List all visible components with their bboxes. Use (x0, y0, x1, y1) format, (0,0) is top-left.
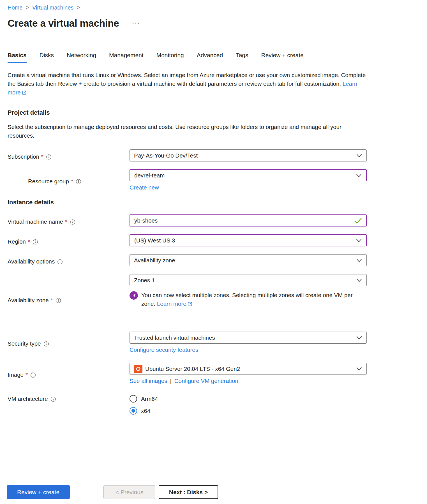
more-menu-button[interactable]: ··· (132, 19, 140, 27)
links-separator: | (170, 378, 171, 384)
wizard-footer: Review + create < Previous Next : Disks … (0, 474, 427, 504)
required-asterisk: * (51, 297, 53, 304)
chevron-down-icon (356, 154, 362, 157)
field-row-availability-zone: Availability zone * Zones 1 (8, 274, 367, 324)
tab-advanced[interactable]: Advanced (197, 52, 223, 63)
resource-group-dropdown[interactable]: devrel-team (130, 169, 367, 181)
tab-management[interactable]: Management (109, 52, 144, 63)
resource-group-value: devrel-team (134, 172, 165, 179)
breadcrumb: Home > Virtual machines > (8, 4, 367, 11)
chevron-down-icon (356, 258, 362, 262)
chevron-down-icon (356, 174, 362, 177)
tab-review-create[interactable]: Review + create (261, 52, 304, 63)
info-icon[interactable] (76, 179, 81, 184)
breadcrumb-separator: > (77, 4, 80, 11)
vm-name-input[interactable] (134, 217, 353, 224)
subscription-label: Subscription (8, 153, 39, 160)
info-icon[interactable] (46, 154, 52, 160)
see-all-images-link[interactable]: See all images (130, 378, 167, 384)
availability-options-dropdown[interactable]: Availability zone (130, 254, 367, 266)
radio-circle-icon (130, 407, 137, 415)
security-type-value: Trusted launch virtual machines (134, 334, 215, 341)
field-row-vm-name: Virtual machine name * (8, 214, 367, 226)
ubuntu-logo-icon (134, 365, 142, 373)
field-row-availability-options: Availability options Availability zone (8, 254, 367, 266)
tab-strip: Basics Disks Networking Management Monit… (8, 52, 367, 63)
configure-vm-generation-link[interactable]: Configure VM generation (174, 378, 238, 384)
vm-architecture-radio-group: Arm64 x64 (130, 394, 367, 415)
page-title: Create a virtual machine (8, 18, 119, 29)
region-value: (US) West US 3 (134, 237, 175, 244)
field-row-region: Region * (US) West US 3 (8, 234, 367, 246)
security-type-dropdown[interactable]: Trusted launch virtual machines (130, 332, 367, 344)
zones-note-text: You can now select multiple zones. Selec… (141, 291, 365, 308)
field-row-image: Image * Ubuntu Server 20.04 (8, 363, 367, 384)
region-dropdown[interactable]: (US) West US 3 (130, 234, 367, 246)
required-asterisk: * (26, 371, 28, 378)
info-icon[interactable] (43, 341, 49, 347)
availability-zone-label: Availability zone (8, 297, 49, 304)
zones-info-note: You can now select multiple zones. Selec… (130, 291, 365, 308)
required-asterisk: * (41, 153, 43, 160)
radio-arm64-label: Arm64 (141, 396, 158, 402)
intro-text: Create a virtual machine that runs Linux… (8, 71, 367, 97)
region-label: Region (8, 238, 26, 245)
chevron-down-icon (356, 239, 362, 242)
tab-networking[interactable]: Networking (67, 52, 96, 63)
field-row-resource-group: Resource group * devrel-team Create new (8, 169, 367, 191)
radio-circle-icon (130, 395, 137, 403)
zones-learn-more-link[interactable]: Learn more (157, 300, 186, 307)
vm-architecture-label: VM architecture (8, 396, 48, 402)
tab-monitoring[interactable]: Monitoring (156, 52, 184, 63)
tab-basics[interactable]: Basics (8, 52, 27, 63)
image-value: Ubuntu Server 20.04 LTS - x64 Gen2 (145, 366, 240, 372)
create-new-resource-group-link[interactable]: Create new (130, 184, 159, 191)
configure-security-features-link[interactable]: Configure security features (130, 346, 198, 353)
intro-text-body: Create a virtual machine that runs Linux… (8, 72, 366, 87)
previous-button[interactable]: < Previous (103, 485, 155, 499)
external-link-icon (188, 302, 192, 306)
info-icon[interactable] (33, 239, 38, 245)
project-details-description: Select the subscription to manage deploy… (8, 122, 367, 140)
info-icon[interactable] (57, 259, 63, 265)
availability-options-value: Availability zone (134, 257, 175, 264)
radio-x64[interactable]: x64 (130, 407, 150, 415)
next-disks-button[interactable]: Next : Disks > (159, 485, 218, 499)
breadcrumb-link-virtual-machines[interactable]: Virtual machines (32, 4, 73, 11)
availability-zone-value: Zones 1 (134, 277, 155, 284)
image-label: Image (8, 371, 24, 378)
valid-checkmark-icon (354, 217, 362, 224)
breadcrumb-link-home[interactable]: Home (8, 4, 22, 11)
section-heading-project-details: Project details (8, 109, 367, 116)
page-content: Home > Virtual machines > Create a virtu… (0, 0, 427, 422)
availability-zone-dropdown[interactable]: Zones 1 (130, 274, 367, 286)
info-icon[interactable] (50, 396, 56, 402)
radio-arm64[interactable]: Arm64 (130, 395, 158, 403)
hierarchy-connector-line (10, 169, 26, 185)
required-asterisk: * (65, 218, 67, 225)
required-asterisk: * (71, 178, 73, 185)
tab-tags[interactable]: Tags (236, 52, 248, 63)
tab-disks[interactable]: Disks (40, 52, 54, 63)
chevron-down-icon (356, 278, 362, 282)
external-link-icon (22, 90, 27, 95)
vm-name-input-wrapper (130, 214, 367, 226)
info-icon[interactable] (30, 372, 36, 378)
review-create-button[interactable]: Review + create (7, 485, 70, 499)
subscription-value: Pay-As-You-Go Dev/Test (134, 152, 198, 159)
field-row-security-type: Security type Trusted launch virtual mac… (8, 332, 367, 353)
vm-name-label: Virtual machine name (8, 218, 63, 225)
field-row-subscription: Subscription * Pay-As-You-Go Dev/Test (8, 149, 367, 161)
chevron-down-icon (356, 336, 362, 339)
availability-options-label: Availability options (8, 258, 55, 265)
section-heading-instance-details: Instance details (8, 199, 367, 206)
info-icon[interactable] (56, 298, 61, 303)
image-dropdown[interactable]: Ubuntu Server 20.04 LTS - x64 Gen2 (130, 363, 367, 375)
info-icon[interactable] (70, 219, 75, 225)
security-type-label: Security type (8, 340, 41, 347)
breadcrumb-separator: > (26, 4, 29, 11)
field-row-vm-architecture: VM architecture Arm64 x64 (8, 394, 367, 415)
rocket-icon (130, 291, 138, 300)
chevron-down-icon (356, 367, 362, 371)
subscription-dropdown[interactable]: Pay-As-You-Go Dev/Test (130, 149, 367, 161)
